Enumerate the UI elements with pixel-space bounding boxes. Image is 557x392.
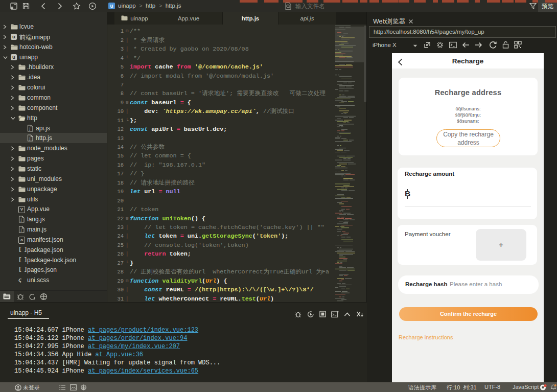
svg-text:j: j	[20, 228, 21, 232]
svg-text:j: j	[20, 218, 21, 222]
svg-text:j: j	[29, 127, 30, 131]
svg-text:j: j	[29, 136, 30, 141]
